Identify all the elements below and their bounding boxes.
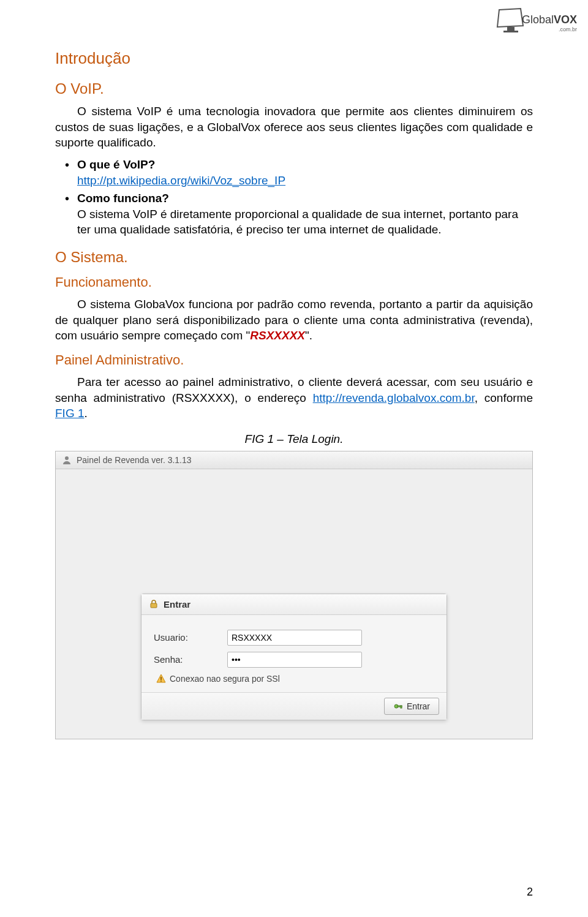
figure-caption: FIG 1 – Tela Login. xyxy=(55,432,533,446)
svg-rect-5 xyxy=(160,681,162,682)
bullet-como-funciona-text: O sistema VoIP é diretamente proporciona… xyxy=(77,208,518,236)
paragraph-painel: Para ter acesso ao painel administrativo… xyxy=(55,374,533,421)
login-dialog-header: Entrar xyxy=(141,594,447,615)
painel-mid: , conforme xyxy=(475,391,533,404)
window-title-text: Painel de Revenda ver. 3.1.13 xyxy=(77,455,192,465)
input-usuario[interactable] xyxy=(227,630,362,646)
login-dialog-footer: Entrar xyxy=(141,692,447,720)
warning-icon xyxy=(156,674,166,684)
logo-text-prefix: Global xyxy=(522,13,554,26)
heading-introducao: Introdução xyxy=(55,49,533,68)
lock-icon xyxy=(149,599,159,609)
bullet-list: O que é VoIP? http://pt.wikipedia.org/wi… xyxy=(55,157,533,238)
paragraph-funcionamento: O sistema GlobaVox funciona por padrão c… xyxy=(55,296,533,344)
rs-code: RSXXXXX xyxy=(250,329,305,342)
heading-ovoip: O VoIP. xyxy=(55,80,533,97)
ssl-warning: Conexao nao segura por SSl xyxy=(156,674,434,684)
document-body: Introdução O VoIP. O sistema VoIP é uma … xyxy=(0,0,588,739)
row-senha: Senha: xyxy=(154,652,434,668)
svg-rect-0 xyxy=(507,27,514,31)
label-senha: Senha: xyxy=(154,654,227,665)
bullet-como-funciona-title: Como funciona? xyxy=(77,192,169,205)
brand-logo: GlobalVOX .com.br xyxy=(496,6,570,37)
login-dialog: Entrar Usuario: Senha: C xyxy=(141,594,447,720)
screenshot-titlebar: Painel de Revenda ver. 3.1.13 xyxy=(56,451,532,469)
fig1-link[interactable]: FIG 1 xyxy=(55,407,85,420)
input-senha[interactable] xyxy=(227,652,362,668)
login-dialog-title: Entrar xyxy=(164,599,190,609)
svg-rect-4 xyxy=(160,677,162,680)
login-screenshot: Painel de Revenda ver. 3.1.13 Entrar Usu… xyxy=(55,451,533,739)
login-form: Usuario: Senha: Conexao nao segura por S… xyxy=(141,615,447,692)
painel-end: . xyxy=(85,407,88,420)
key-icon xyxy=(393,701,403,711)
entrar-button[interactable]: Entrar xyxy=(384,698,439,715)
page-number: 2 xyxy=(527,886,533,899)
heading-sistema: O Sistema. xyxy=(55,249,533,266)
svg-rect-1 xyxy=(503,31,518,32)
wikipedia-link[interactable]: http://pt.wikipedia.org/wiki/Voz_sobre_I… xyxy=(77,174,285,187)
label-usuario: Usuario: xyxy=(154,632,227,643)
paragraph-intro-voip: O sistema VoIP é uma tecnologia inovador… xyxy=(55,104,533,151)
logo-suffix: .com.br xyxy=(522,26,577,32)
row-usuario: Usuario: xyxy=(154,630,434,646)
user-icon xyxy=(62,455,72,465)
func-text-post: ". xyxy=(305,329,312,342)
svg-point-2 xyxy=(65,456,69,460)
svg-rect-8 xyxy=(401,706,402,708)
bullet-voip-def-title: O que é VoIP? xyxy=(77,158,155,171)
revenda-link[interactable]: http://revenda.globalvox.com.br xyxy=(313,391,475,404)
bullet-como-funciona: Como funciona? O sistema VoIP é diretame… xyxy=(77,191,533,238)
logo-text-bold: VOX xyxy=(554,13,577,26)
entrar-button-label: Entrar xyxy=(407,701,430,711)
svg-rect-3 xyxy=(151,603,157,608)
screenshot-body: Entrar Usuario: Senha: C xyxy=(56,469,532,653)
heading-painel: Painel Administrativo. xyxy=(55,352,533,368)
heading-funcionamento: Funcionamento. xyxy=(55,274,533,290)
bullet-voip-def: O que é VoIP? http://pt.wikipedia.org/wi… xyxy=(77,157,533,188)
ssl-warning-text: Conexao nao segura por SSl xyxy=(170,674,280,684)
